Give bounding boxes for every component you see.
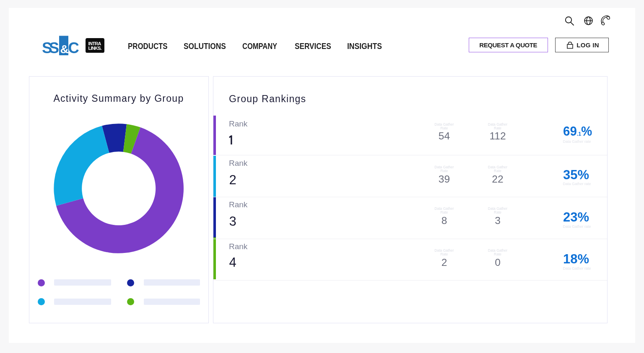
svg-text:LINKS.: LINKS. bbox=[88, 46, 102, 51]
svg-text:C: C bbox=[68, 39, 79, 57]
svg-text:SS: SS bbox=[42, 39, 59, 57]
svg-text:&: & bbox=[60, 43, 69, 56]
